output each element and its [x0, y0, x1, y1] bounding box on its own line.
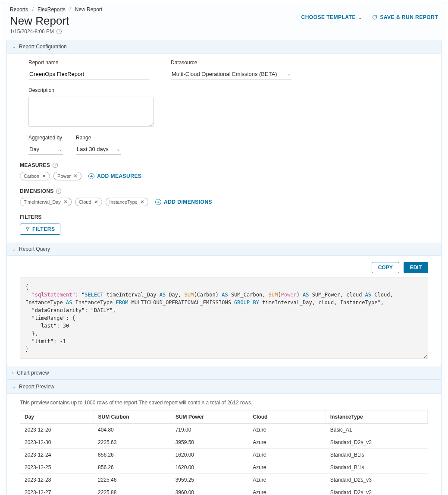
description-label: Description — [28, 87, 154, 93]
description-textarea[interactable] — [28, 97, 154, 127]
table-row[interactable]: 2023-12-26404.80719.00AzureBasic_A1 — [20, 424, 428, 436]
edit-button[interactable]: EDIT — [404, 262, 428, 273]
breadcrumb-current: New Report — [75, 6, 102, 13]
chevron-down-icon: ⌄ — [358, 15, 362, 20]
info-icon[interactable]: i — [56, 29, 62, 34]
table-row[interactable]: 2023-12-272225.883960.00AzureStandard_D2… — [20, 486, 428, 495]
report-name-input[interactable] — [28, 69, 149, 79]
section-head-config[interactable]: ⌄ Report Configuration — [7, 40, 441, 54]
chip-timeinterval: TimeInterval_Day✕ — [20, 198, 72, 206]
funnel-icon — [25, 227, 30, 231]
report-name-label: Report name — [28, 60, 154, 66]
preview-info: This preview contains up to 1000 rows of… — [20, 400, 428, 406]
chevron-down-icon: ⌄ — [12, 385, 16, 389]
section-head-query[interactable]: ⌄ Report Query — [7, 243, 441, 256]
chevron-down-icon: ⌄ — [59, 147, 62, 151]
chevron-down-icon: ⌄ — [116, 147, 120, 151]
refresh-icon — [372, 15, 377, 20]
chip-remove-icon[interactable]: ✕ — [42, 173, 46, 179]
column-header-sum-carbon[interactable]: SUM Carbon — [94, 410, 171, 424]
preview-table: Day SUM Carbon SUM Power Cloud InstanceT… — [20, 410, 428, 495]
copy-button[interactable]: COPY — [372, 262, 399, 273]
chip-remove-icon[interactable]: ✕ — [73, 173, 78, 179]
chevron-down-icon: ⌄ — [287, 72, 291, 76]
info-icon[interactable]: i — [53, 163, 58, 168]
column-header-cloud[interactable]: Cloud — [248, 410, 326, 424]
range-label: Range — [76, 135, 121, 141]
datasource-label: Datasource — [171, 60, 291, 66]
column-header-instancetype[interactable]: InstanceType — [326, 410, 427, 424]
table-row[interactable]: 2023-12-282225.463959.25AzureStandard_D2… — [20, 474, 428, 486]
chip-remove-icon[interactable]: ✕ — [140, 199, 144, 205]
plus-icon: + — [155, 199, 161, 205]
filters-label: FILTERS — [20, 214, 428, 220]
plus-icon: + — [88, 173, 94, 179]
choose-template-button[interactable]: CHOOSE TEMPLATE ⌄ — [301, 14, 362, 20]
breadcrumb-reports[interactable]: Reports — [10, 6, 28, 13]
dimensions-label: DIMENSIONS i — [20, 188, 428, 194]
table-row[interactable]: 2023-12-24856.261620.00AzureStandard_B1l… — [20, 449, 428, 461]
save-run-button[interactable]: SAVE & RUN REPORT — [372, 14, 438, 20]
datasource-select[interactable]: Multi-Cloud Operational Emissions (BETA)… — [171, 69, 291, 79]
chip-instancetype: InstanceType✕ — [106, 198, 148, 206]
chip-power: Power✕ — [53, 172, 81, 180]
report-timestamp: 1/15/2024-8:06 PM i — [10, 28, 69, 35]
chip-remove-icon[interactable]: ✕ — [63, 199, 68, 205]
filters-button[interactable]: FILTERS — [20, 224, 60, 235]
chevron-down-icon: ⌄ — [12, 44, 16, 49]
breadcrumb-flexreports[interactable]: FlexReports — [38, 6, 66, 13]
info-icon[interactable]: i — [56, 189, 61, 194]
section-head-chart-preview[interactable]: › Chart preview — [7, 366, 441, 380]
query-editor[interactable]: { "sqlStatement": "SELECT timeInterval_D… — [20, 277, 428, 359]
measures-label: MEASURES i — [20, 162, 428, 168]
chevron-right-icon: › — [12, 371, 13, 375]
chip-remove-icon[interactable]: ✕ — [94, 199, 98, 205]
aggregated-by-label: Aggregated by — [28, 135, 63, 141]
add-measures-button[interactable]: + ADD MEASURES — [88, 173, 141, 179]
column-header-sum-power[interactable]: SUM Power — [171, 410, 248, 424]
table-row[interactable]: 2023-12-302225.633959.50AzureStandard_D2… — [20, 436, 428, 449]
chip-cloud: Cloud✕ — [75, 198, 102, 206]
table-row[interactable]: 2023-12-25856.261620.00AzureStandard_B1l… — [20, 461, 428, 474]
breadcrumb: Reports / FlexReports / New Report — [10, 6, 438, 13]
aggregated-by-select[interactable]: Day ⌄ — [28, 144, 63, 154]
column-header-day[interactable]: Day — [20, 410, 94, 424]
add-dimensions-button[interactable]: + ADD DIMENSIONS — [155, 199, 212, 205]
chip-carbon: Carbon✕ — [20, 172, 50, 180]
section-head-report-preview[interactable]: ⌄ Report Preview — [7, 380, 441, 394]
page-title: New Report — [10, 14, 69, 28]
range-select[interactable]: Last 30 days ⌄ — [76, 144, 121, 154]
chevron-down-icon: ⌄ — [12, 247, 16, 252]
